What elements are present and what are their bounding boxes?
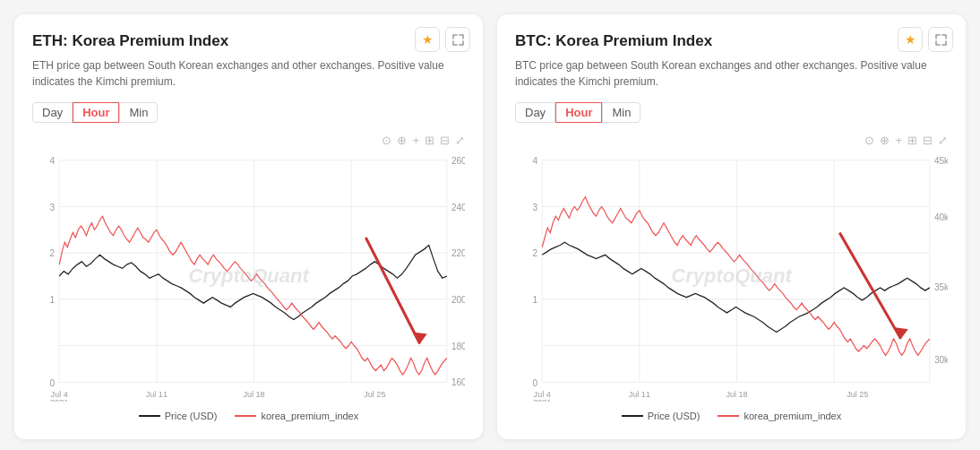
eth-tab-day[interactable]: Day <box>32 102 73 123</box>
svg-marker-55 <box>894 327 908 339</box>
svg-text:Jul 25: Jul 25 <box>847 389 868 398</box>
svg-text:1: 1 <box>50 295 56 305</box>
btc-time-tabs: Day Hour Min <box>515 102 948 123</box>
eth-tab-min[interactable]: Min <box>119 102 158 123</box>
svg-text:0: 0 <box>533 377 538 387</box>
eth-time-tabs: Day Hour Min <box>32 102 465 123</box>
svg-text:1600: 1600 <box>451 376 465 386</box>
svg-marker-28 <box>413 332 427 343</box>
eth-legend-price-line <box>139 415 160 417</box>
btc-tab-day[interactable]: Day <box>515 102 555 123</box>
eth-legend-kpi-label: korea_premium_index <box>261 411 358 421</box>
eth-toolbar-zoom[interactable]: ⊕ <box>397 134 407 147</box>
svg-line-54 <box>839 233 900 339</box>
btc-legend: Price (USD) korea_premium_index <box>515 411 948 421</box>
eth-chart-toolbar: ⊙ ⊕ + ⊞ ⊟ ⤢ <box>32 134 465 147</box>
svg-text:45k: 45k <box>934 156 948 166</box>
eth-card-actions: ★ <box>415 27 470 52</box>
btc-desc: BTC price gap between South Korean excha… <box>515 57 948 90</box>
btc-toolbar-boxminus[interactable]: ⊟ <box>923 134 933 147</box>
eth-title: ETH: Korea Premium Index <box>32 32 465 50</box>
eth-toolbar-camera[interactable]: ⊙ <box>382 134 391 147</box>
btc-title: BTC: Korea Premium Index <box>515 32 948 50</box>
svg-text:2400: 2400 <box>451 202 465 212</box>
svg-text:Jul 25: Jul 25 <box>364 389 385 398</box>
svg-text:40k: 40k <box>934 212 948 221</box>
svg-text:1800: 1800 <box>451 342 465 351</box>
svg-text:3: 3 <box>533 202 538 212</box>
svg-text:35k: 35k <box>934 282 948 292</box>
svg-text:2: 2 <box>533 248 538 258</box>
btc-card-actions: ★ <box>898 27 953 52</box>
eth-legend-price: Price (USD) <box>139 411 218 421</box>
btc-card: ★ BTC: Korea Premium Index BTC price gap… <box>497 14 966 439</box>
eth-legend-kpi: korea_premium_index <box>235 411 358 421</box>
svg-text:2600: 2600 <box>451 156 465 166</box>
eth-tab-hour[interactable]: Hour <box>73 102 119 123</box>
svg-text:Jul 11: Jul 11 <box>629 389 650 398</box>
btc-legend-price-label: Price (USD) <box>648 411 701 421</box>
svg-text:Jul 18: Jul 18 <box>243 389 264 398</box>
svg-text:2: 2 <box>50 248 56 258</box>
eth-toolbar-boxminus[interactable]: ⊟ <box>440 134 450 147</box>
btc-toolbar-plus[interactable]: + <box>895 134 902 147</box>
btc-chart: 4 3 2 1 0 45k 40k 35k 30k Jul 4 2021 Jul… <box>515 151 948 402</box>
eth-chart-wrapper: CryptoQuant 4 3 2 1 0 <box>32 151 465 402</box>
btc-legend-kpi-line <box>718 415 739 417</box>
btc-legend-kpi-label: korea_premium_index <box>744 411 841 421</box>
btc-star-button[interactable]: ★ <box>898 27 923 52</box>
btc-toolbar-zoom[interactable]: ⊕ <box>880 134 890 147</box>
btc-toolbar-resize[interactable]: ⤢ <box>938 134 948 147</box>
eth-toolbar-plus[interactable]: + <box>412 134 419 147</box>
btc-toolbar-camera[interactable]: ⊙ <box>864 134 874 147</box>
btc-legend-kpi: korea_premium_index <box>718 411 841 421</box>
svg-text:2200: 2200 <box>451 248 465 258</box>
svg-text:2021: 2021 <box>533 398 551 402</box>
eth-legend-kpi-line <box>235 415 256 417</box>
btc-toolbar-boxplus[interactable]: ⊞ <box>907 134 917 147</box>
svg-text:1: 1 <box>533 295 538 305</box>
btc-chart-toolbar: ⊙ ⊕ + ⊞ ⊟ ⤢ <box>515 134 948 147</box>
btc-expand-button[interactable] <box>928 27 953 52</box>
btc-legend-price-line <box>622 415 643 417</box>
svg-text:2000: 2000 <box>451 295 465 305</box>
eth-star-button[interactable]: ★ <box>415 27 440 52</box>
eth-desc: ETH price gap between South Korean excha… <box>32 57 465 90</box>
svg-text:0: 0 <box>50 377 56 387</box>
eth-legend: Price (USD) korea_premium_index <box>32 411 465 421</box>
svg-text:Jul 18: Jul 18 <box>726 389 747 398</box>
svg-text:30k: 30k <box>934 355 948 365</box>
eth-legend-price-label: Price (USD) <box>165 411 218 421</box>
eth-expand-button[interactable] <box>445 27 470 52</box>
eth-toolbar-boxplus[interactable]: ⊞ <box>425 134 434 147</box>
svg-text:Jul 11: Jul 11 <box>146 389 168 398</box>
svg-line-27 <box>365 238 419 343</box>
btc-chart-wrapper: CryptoQuant 4 3 2 1 0 <box>515 151 948 402</box>
eth-card: ★ ETH: Korea Premium Index ETH price gap… <box>14 14 483 439</box>
btc-legend-price: Price (USD) <box>622 411 701 421</box>
dashboard: ★ ETH: Korea Premium Index ETH price gap… <box>14 14 966 439</box>
svg-text:4: 4 <box>533 156 538 166</box>
btc-tab-min[interactable]: Min <box>602 102 640 123</box>
btc-tab-hour[interactable]: Hour <box>555 102 602 123</box>
eth-toolbar-resize[interactable]: ⤢ <box>455 134 465 147</box>
svg-text:4: 4 <box>50 156 56 166</box>
svg-text:3: 3 <box>50 202 56 212</box>
eth-chart: 4 3 2 1 0 2600 2400 2200 2000 1800 1600 … <box>32 151 465 402</box>
svg-text:2021: 2021 <box>50 398 68 402</box>
